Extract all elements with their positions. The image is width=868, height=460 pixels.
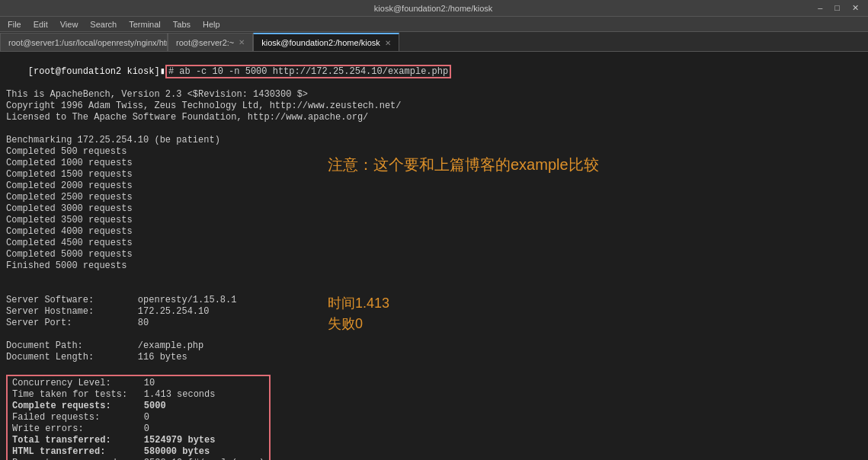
line-completed-2500: Completed 2500 requests: [6, 192, 862, 203]
cursor-marker: ▮: [160, 66, 165, 77]
line-server-software: Server Software: openresty/1.15.8.1: [6, 295, 862, 306]
minimize-button[interactable]: –: [815, 3, 825, 13]
line-completed-3000: Completed 3000 requests: [6, 203, 862, 215]
window-title: kiosk@foundation2:/home/kiosk: [52, 4, 815, 13]
prompt-text: [root@foundation2 kiosk]: [28, 66, 160, 77]
line-total-transferred: Total transferred: 1524979 bytes: [12, 435, 264, 446]
tab-server2[interactable]: root@server2:~ ✕: [168, 33, 253, 51]
menu-help[interactable]: Help: [198, 20, 225, 29]
tab-server1-label: root@server1:/usr/local/openresty/nginx/…: [8, 38, 168, 47]
terminal-area[interactable]: 注意：这个要和上篇博客的example比较 时间1.413 失败0 [root@…: [0, 52, 868, 460]
line-doc-path: Document Path: /example.php: [6, 340, 862, 352]
line-server-port: Server Port: 80: [6, 318, 862, 329]
tab-kiosk-label: kiosk@foundation2:/home/kiosk: [261, 38, 380, 47]
line-complete-requests: Complete requests: 5000: [12, 401, 264, 412]
menu-view[interactable]: View: [56, 20, 83, 29]
results-box: Concurrency Level: 10 Time taken for tes…: [6, 375, 271, 460]
menu-search[interactable]: Search: [85, 20, 121, 29]
line-copyright: Copyright 1996 Adam Twiss, Zeus Technolo…: [6, 101, 862, 112]
line-completed-5000: Completed 5000 requests: [6, 249, 862, 260]
terminal-prompt-line: [root@foundation2 kiosk]▮# ab -c 10 -n 5…: [6, 55, 862, 89]
tabs-bar: root@server1:/usr/local/openresty/nginx/…: [0, 32, 868, 52]
tab-server2-close[interactable]: ✕: [239, 38, 245, 46]
annotation-fail: 失败0: [328, 315, 363, 333]
menu-tabs[interactable]: Tabs: [168, 20, 195, 29]
line-finished: Finished 5000 requests: [6, 260, 862, 272]
menu-file[interactable]: File: [3, 20, 26, 29]
line-completed-2000: Completed 2000 requests: [6, 180, 862, 192]
line-doc-length: Document Length: 116 bytes: [6, 352, 862, 363]
title-bar: kiosk@foundation2:/home/kiosk – □ ✕: [0, 0, 868, 17]
line-blank4: [6, 329, 862, 340]
command-text: # ab -c 10 -n 5000 http://172.25.254.10/…: [165, 65, 451, 78]
line-html-transferred: HTML transferred: 580000 bytes: [12, 446, 264, 458]
line-license: Licensed to The Apache Software Foundati…: [6, 112, 862, 123]
line-blank1: [6, 123, 862, 135]
line-benchmarking: Benchmarking 172.25.254.10 (be patient): [6, 135, 862, 146]
line-completed-4500: Completed 4500 requests: [6, 238, 862, 249]
menu-terminal[interactable]: Terminal: [124, 20, 165, 29]
line-write-errors: Write errors: 0: [12, 423, 264, 435]
line-blank5: [6, 363, 862, 375]
line-blank2: [6, 272, 862, 283]
window-controls[interactable]: – □ ✕: [815, 3, 862, 13]
line-blank3: [6, 283, 862, 295]
tab-server1[interactable]: root@server1:/usr/local/openresty/nginx/…: [0, 33, 168, 51]
tab-server2-label: root@server2:~: [176, 38, 234, 47]
menu-bar: File Edit View Search Terminal Tabs Help: [0, 17, 868, 32]
annotation-time: 时间1.413: [328, 294, 389, 312]
menu-edit[interactable]: Edit: [29, 20, 53, 29]
tab-kiosk-close[interactable]: ✕: [385, 39, 391, 47]
line-completed-3500: Completed 3500 requests: [6, 215, 862, 226]
line-time-taken: Time taken for tests: 1.413 seconds: [12, 389, 264, 401]
tab-kiosk[interactable]: kiosk@foundation2:/home/kiosk ✕: [253, 33, 399, 51]
line-concurrency: Concurrency Level: 10: [12, 378, 264, 389]
annotation-note: 注意：这个要和上篇博客的example比较: [328, 155, 599, 175]
line-server-hostname: Server Hostname: 172.25.254.10: [6, 306, 862, 318]
line-apachebench-version: This is ApacheBench, Version 2.3 <$Revis…: [6, 89, 862, 101]
maximize-button[interactable]: □: [831, 3, 843, 13]
line-completed-4000: Completed 4000 requests: [6, 226, 862, 238]
line-failed-requests: Failed requests: 0: [12, 412, 264, 423]
close-button[interactable]: ✕: [849, 3, 862, 13]
